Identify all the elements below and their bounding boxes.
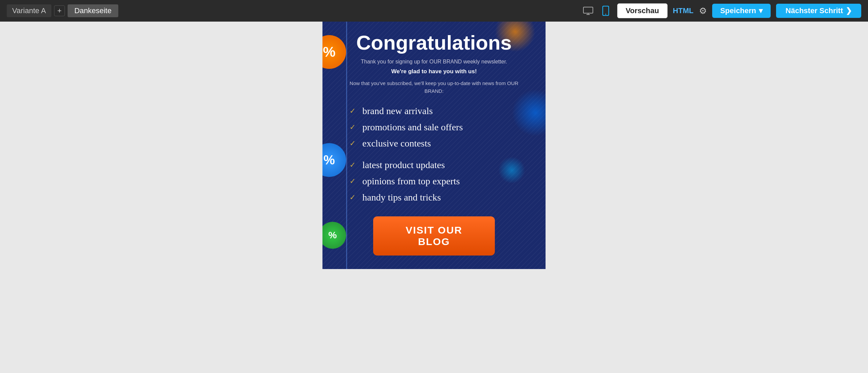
email-subtitle: Thank you for signing up for OUR BRAND w… [349, 59, 519, 65]
email-preview-panel: % % % Congratulations Thank you for sign… [322, 22, 546, 269]
checklist-group2: ✓ latest product updates ✓ opinions from… [349, 157, 519, 206]
email-title: Congratulations [349, 32, 519, 54]
list-item: ✓ opinions from top experts [349, 173, 519, 189]
vorschau-button[interactable]: Vorschau [617, 3, 668, 18]
check-icon: ✓ [349, 123, 356, 132]
check-icon: ✓ [349, 177, 356, 186]
email-body-text: Now that you've subscribed, we'll keep y… [349, 80, 519, 95]
tab-variante[interactable]: Variante A [7, 4, 51, 17]
list-item: ✓ exclusive contests [349, 135, 519, 152]
blue-percent-symbol: % [323, 153, 335, 167]
list-item: ✓ handy tips and tricks [349, 189, 519, 206]
tab-dankeseite[interactable]: Dankeseite [68, 4, 118, 17]
checklist-list-2: ✓ latest product updates ✓ opinions from… [349, 157, 519, 206]
check-icon: ✓ [349, 161, 356, 169]
checklist-item-text: opinions from top experts [362, 176, 460, 187]
topbar: Variante A + Dankeseite Vorschau HTML ⚙ … [0, 0, 868, 22]
speichern-button[interactable]: Speichern ▾ [712, 4, 771, 18]
checklist-item-text: brand new arrivals [362, 106, 433, 116]
mobile-icon[interactable] [600, 5, 612, 17]
checklist-item-text: handy tips and tricks [362, 192, 441, 203]
list-item: ✓ latest product updates [349, 157, 519, 173]
html-button[interactable]: HTML [673, 6, 694, 15]
blue-line-decoration [346, 22, 347, 269]
check-icon: ✓ [349, 107, 356, 115]
monitor-icon[interactable] [582, 5, 594, 17]
checklist-list-1: ✓ brand new arrivals ✓ promotions and sa… [349, 103, 519, 152]
visit-blog-button[interactable]: VISIT OUR BLOG [373, 216, 495, 256]
orange-percent-symbol: % [323, 44, 335, 60]
checklist-item-text: latest product updates [362, 160, 445, 170]
topbar-right: Vorschau HTML ⚙ Speichern ▾ Nächster Sch… [582, 3, 861, 18]
checklist-item-text: promotions and sale offers [362, 122, 463, 133]
green-percent-symbol: % [329, 230, 337, 241]
naechster-schritt-button[interactable]: Nächster Schritt ❯ [776, 4, 861, 18]
list-item: ✓ promotions and sale offers [349, 119, 519, 135]
naechster-arrow: ❯ [846, 6, 852, 15]
svg-rect-0 [583, 7, 593, 13]
check-icon: ✓ [349, 139, 356, 148]
email-glad-text: We're glad to have you with us! [349, 68, 519, 75]
naechster-label: Nächster Schritt [786, 6, 843, 15]
email-content: Congratulations Thank you for signing up… [322, 22, 546, 269]
check-icon: ✓ [349, 193, 356, 202]
list-item: ✓ brand new arrivals [349, 103, 519, 119]
checklist-item-text: exclusive contests [362, 138, 431, 149]
svg-point-4 [605, 14, 606, 15]
checklist-group1: ✓ brand new arrivals ✓ promotions and sa… [349, 103, 519, 152]
gear-icon[interactable]: ⚙ [699, 6, 707, 16]
speichern-arrow: ▾ [759, 6, 763, 15]
main-area: % % % Congratulations Thank you for sign… [0, 22, 868, 373]
speichern-label: Speichern [720, 6, 756, 15]
tab-add-button[interactable]: + [54, 5, 65, 16]
